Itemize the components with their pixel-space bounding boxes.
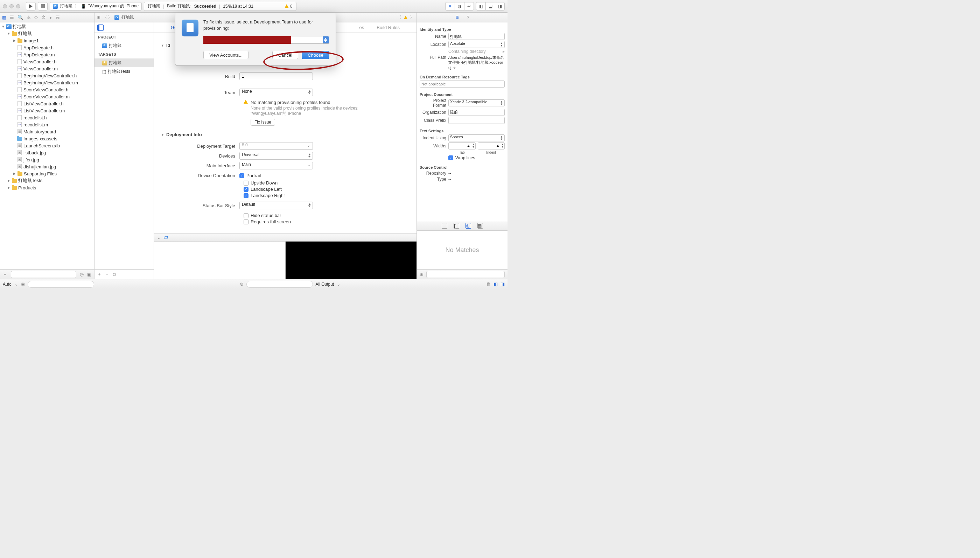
tree-file[interactable]: Images.xcassets bbox=[23, 136, 57, 141]
tree-file[interactable]: ListViewController.h bbox=[23, 101, 64, 107]
odr-tags-input[interactable] bbox=[420, 80, 505, 87]
tree-group-products[interactable]: Products bbox=[18, 185, 36, 190]
back-icon[interactable]: 〈 bbox=[103, 14, 107, 21]
tab-width-input[interactable] bbox=[448, 143, 476, 149]
team-combo[interactable] bbox=[203, 36, 329, 44]
team-dropdown[interactable] bbox=[291, 36, 329, 44]
version-editor-button[interactable]: ↩ bbox=[464, 2, 474, 10]
tree-file[interactable]: ScoreViewController.h bbox=[23, 87, 68, 92]
stop-button[interactable] bbox=[38, 2, 48, 10]
tab-build-rules[interactable]: Build Rules bbox=[370, 25, 406, 30]
tab-partial-es[interactable]: es bbox=[353, 25, 370, 30]
forward-icon[interactable]: 〉 bbox=[108, 14, 112, 21]
standard-editor-button[interactable]: ≡ bbox=[445, 2, 455, 10]
object-lib-icon[interactable]: ◎ bbox=[465, 223, 471, 228]
show-console-icon[interactable]: ◨ bbox=[500, 281, 505, 287]
name-input[interactable] bbox=[448, 33, 505, 40]
quick-help-icon[interactable]: ? bbox=[467, 15, 469, 20]
indent-using-select[interactable]: Spaces▲▼ bbox=[448, 135, 505, 141]
trash-icon[interactable]: 🗑 bbox=[486, 281, 491, 287]
build-input[interactable] bbox=[239, 72, 313, 80]
issue-navigator-icon[interactable]: ⚠ bbox=[26, 15, 31, 20]
tree-file[interactable]: AppDelegate.h bbox=[23, 45, 54, 51]
console-filter-icon[interactable]: ⊚ bbox=[240, 281, 244, 287]
outline-toggle-icon[interactable] bbox=[97, 25, 103, 31]
all-output-label[interactable]: All Output bbox=[316, 282, 334, 287]
breakpoint-tag-icon[interactable]: 🏷 bbox=[164, 235, 168, 240]
location-select[interactable]: Absolute▲▼ bbox=[448, 41, 505, 48]
status-bar-style-select[interactable]: Default▲▼ bbox=[239, 202, 313, 209]
toggle-debug-button[interactable]: ⬓ bbox=[485, 2, 495, 10]
tree-root[interactable]: 打地鼠 bbox=[13, 23, 26, 30]
library-filter-field[interactable] bbox=[426, 271, 505, 278]
find-navigator-icon[interactable]: 🔍 bbox=[18, 15, 23, 20]
tree-file[interactable]: jifen.jpg bbox=[23, 157, 39, 162]
jump-prev-icon[interactable]: 〈 bbox=[397, 14, 402, 21]
target-app-item[interactable]: 打地鼠 bbox=[95, 59, 154, 67]
jump-item[interactable]: 打地鼠 bbox=[121, 14, 134, 20]
landscape-right-checkbox[interactable]: ✓ bbox=[244, 193, 249, 198]
tree-file[interactable]: ViewController.h bbox=[23, 59, 56, 64]
tree-file[interactable]: BeginningViewController.m bbox=[23, 80, 78, 85]
main-interface-select[interactable]: Main bbox=[239, 162, 313, 169]
tree-folder-image[interactable]: image1 bbox=[24, 38, 39, 43]
landscape-left-checkbox[interactable]: ✓ bbox=[244, 187, 249, 192]
debug-toggle-icon[interactable]: ⌄ bbox=[157, 235, 161, 240]
file-inspector-icon[interactable]: 🗎 bbox=[455, 15, 460, 20]
media-lib-icon[interactable]: ▦ bbox=[477, 223, 483, 228]
portrait-checkbox[interactable]: ✓ bbox=[239, 173, 244, 178]
tree-folder-support[interactable]: Supporting Files bbox=[24, 171, 57, 176]
tree-group-tests[interactable]: 打地鼠Tests bbox=[18, 177, 43, 184]
tree-file[interactable]: listback.jpg bbox=[23, 150, 46, 156]
upside-down-checkbox[interactable] bbox=[244, 181, 249, 185]
tree-file[interactable]: Main.storyboard bbox=[23, 129, 56, 135]
target-filter-icon[interactable]: ⊚ bbox=[113, 272, 116, 277]
warning-icon[interactable] bbox=[404, 16, 407, 19]
target-tests-item[interactable]: ⬚打地鼠Tests bbox=[95, 67, 154, 76]
view-accounts-button[interactable]: View Accounts... bbox=[203, 51, 249, 59]
recent-filter-icon[interactable]: ◷ bbox=[80, 272, 84, 277]
variables-filter-field[interactable] bbox=[28, 281, 94, 288]
tree-file[interactable]: BeginningViewController.h bbox=[23, 73, 77, 79]
tree-file[interactable]: dishujiemian.jpg bbox=[23, 164, 56, 169]
add-icon[interactable]: ＋ bbox=[3, 271, 7, 277]
full-screen-checkbox[interactable] bbox=[244, 220, 249, 225]
devices-select[interactable]: Universal▲▼ bbox=[239, 152, 313, 160]
tree-group-main[interactable]: 打地鼠 bbox=[18, 30, 32, 37]
class-prefix-input[interactable] bbox=[448, 117, 505, 124]
project-format-select[interactable]: Xcode 3.2-compatible▲▼ bbox=[448, 99, 505, 107]
breakpoint-navigator-icon[interactable]: ⬥ bbox=[49, 15, 52, 20]
code-snippet-lib-icon[interactable]: {} bbox=[454, 223, 459, 228]
symbol-navigator-icon[interactable]: ☰ bbox=[10, 15, 14, 20]
folder-picker-icon[interactable]: ▸ bbox=[503, 49, 505, 54]
tree-file[interactable]: AppDelegate.m bbox=[23, 52, 55, 57]
scm-filter-icon[interactable]: ▣ bbox=[87, 272, 91, 277]
close-window-icon[interactable] bbox=[3, 4, 7, 8]
related-items-icon[interactable]: ⊞ bbox=[97, 15, 100, 20]
console-filter-field[interactable] bbox=[246, 281, 313, 288]
variables-view[interactable] bbox=[154, 241, 285, 279]
debug-navigator-icon[interactable]: ⏱ bbox=[41, 15, 46, 20]
file-template-lib-icon[interactable] bbox=[442, 223, 447, 228]
eye-icon[interactable]: ◉ bbox=[21, 281, 25, 287]
hide-status-checkbox[interactable] bbox=[244, 213, 249, 218]
team-select[interactable]: None▲▼ bbox=[239, 89, 313, 96]
assistant-editor-button[interactable]: ◑ bbox=[455, 2, 464, 10]
wrap-lines-checkbox[interactable]: ✓ bbox=[448, 156, 453, 160]
tree-file[interactable]: ScoreViewController.m bbox=[23, 94, 70, 99]
add-target-icon[interactable]: ＋ bbox=[97, 271, 102, 277]
warnings-badge[interactable]: 8 bbox=[285, 4, 293, 9]
fix-issue-button[interactable]: Fix Issue bbox=[251, 119, 275, 126]
reveal-arrow-icon[interactable]: ➜ bbox=[452, 66, 456, 70]
tree-file[interactable]: ViewController.m bbox=[23, 66, 58, 71]
toggle-inspector-button[interactable]: ◨ bbox=[495, 2, 505, 10]
library-view-mode-icon[interactable]: ⊞ bbox=[420, 272, 423, 277]
test-navigator-icon[interactable]: ◇ bbox=[34, 15, 38, 20]
tree-file[interactable]: LaunchScreen.xib bbox=[23, 143, 60, 148]
cancel-button[interactable]: Cancel bbox=[272, 51, 298, 59]
tree-file[interactable]: ListViewController.m bbox=[23, 108, 65, 113]
console-view[interactable] bbox=[285, 241, 417, 279]
jump-next-icon[interactable]: 〉 bbox=[410, 14, 415, 21]
tree-file[interactable]: recodelist.m bbox=[23, 122, 48, 127]
run-button[interactable] bbox=[26, 2, 36, 10]
